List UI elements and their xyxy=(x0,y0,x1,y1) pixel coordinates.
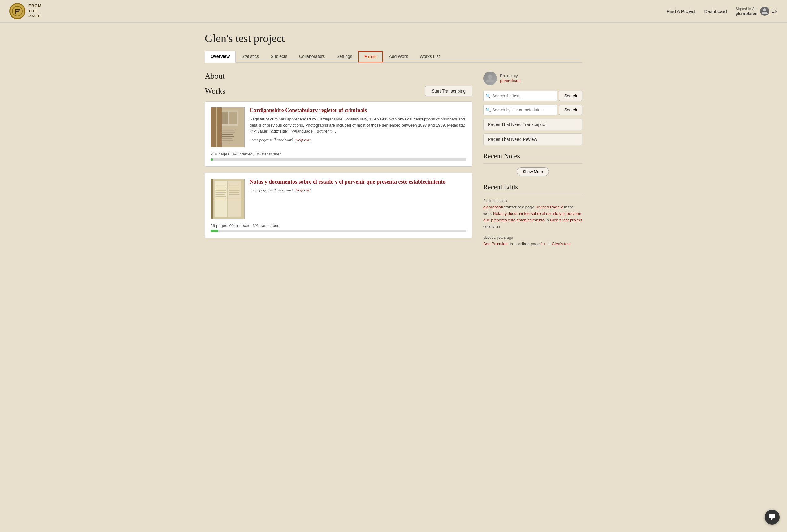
crimebook-thumb-img xyxy=(211,107,244,147)
edit-page-link-1[interactable]: Untitled Page 2 xyxy=(535,205,563,209)
progress-bar-container xyxy=(211,158,466,161)
svg-rect-28 xyxy=(229,185,239,186)
thumb-svg-2 xyxy=(211,179,244,219)
tab-statistics[interactable]: Statistics xyxy=(236,51,265,62)
progress-bar-container-2 xyxy=(211,230,466,232)
svg-rect-24 xyxy=(216,192,226,193)
avatar-person-icon xyxy=(486,74,495,83)
edit-time-2: about 2 years ago xyxy=(483,235,582,241)
work-title-link-2[interactable]: Notas y documentos sobre el estado y el … xyxy=(250,179,466,185)
dashboard-link[interactable]: Dashboard xyxy=(704,9,727,14)
avatar-icon xyxy=(761,7,768,15)
svg-rect-32 xyxy=(229,192,239,193)
avatar-img xyxy=(483,71,497,85)
work-info-2: Notas y documentos sobre el estado y el … xyxy=(250,179,466,219)
tab-settings[interactable]: Settings xyxy=(331,51,358,62)
recent-notes-divider xyxy=(483,163,582,164)
search-text-input[interactable] xyxy=(483,91,557,101)
svg-point-34 xyxy=(488,75,492,79)
language-selector[interactable]: EN xyxy=(772,9,778,14)
main-column: About Works Start Transcribing xyxy=(205,71,472,252)
svg-rect-29 xyxy=(229,187,239,187)
pages-need-transcription-button[interactable]: Pages That Need Transcription xyxy=(483,119,582,130)
work-description: Register of criminals apprehended by Car… xyxy=(250,116,466,134)
signed-in-label: Signed In As xyxy=(736,7,758,11)
svg-rect-22 xyxy=(216,189,226,189)
recent-edits-divider xyxy=(483,194,582,194)
edit-user-link-2[interactable]: Ben Brumfield xyxy=(483,241,509,246)
logo-svg xyxy=(12,6,23,16)
svg-rect-6 xyxy=(218,129,236,129)
content-layout: About Works Start Transcribing xyxy=(205,71,582,252)
about-heading: About xyxy=(205,71,472,81)
svg-rect-17 xyxy=(211,179,213,219)
svg-rect-7 xyxy=(218,131,234,131)
edit-work-link-2[interactable]: Glen's test xyxy=(552,241,571,246)
svg-rect-13 xyxy=(218,142,230,142)
svg-rect-27 xyxy=(216,198,225,198)
pages-need-review-button[interactable]: Pages That Need Review xyxy=(483,133,582,145)
work-stats-2: 29 pages: 0% indexed, 3% transcribed xyxy=(211,223,280,228)
svg-rect-14 xyxy=(218,112,228,124)
works-heading: Works xyxy=(205,86,226,96)
page-title: Glen's test project xyxy=(205,32,582,45)
svg-rect-33 xyxy=(229,194,239,194)
search-text-button[interactable]: Search xyxy=(559,91,582,101)
work-thumbnail-2 xyxy=(211,179,244,219)
logo-icon xyxy=(9,3,25,19)
svg-rect-11 xyxy=(218,138,232,139)
search-text-input-wrap: 🔍 xyxy=(483,91,557,101)
progress-bar-fill-2 xyxy=(211,230,218,232)
work-card-inner: Cardiganshire Constabulary register of c… xyxy=(211,107,466,147)
edit-user-link-1[interactable]: glenrobson xyxy=(483,205,503,209)
search-metadata-input-wrap: 🔍 xyxy=(483,105,557,115)
recent-edits-heading: Recent Edits xyxy=(483,183,582,191)
thumb-svg-1 xyxy=(211,107,244,147)
logo-area[interactable]: FROM THE PAGE xyxy=(9,3,42,19)
progress-bar-fill xyxy=(211,158,213,161)
user-avatar[interactable] xyxy=(760,6,769,16)
work-footer: 219 pages: 0% indexed, 1% transcribed xyxy=(211,152,466,161)
works-header: Works Start Transcribing xyxy=(205,86,472,96)
svg-rect-9 xyxy=(218,134,233,135)
work-info: Cardiganshire Constabulary register of c… xyxy=(250,107,466,147)
header-nav: Find A Project Dashboard Signed In As gl… xyxy=(667,6,778,16)
tab-subjects[interactable]: Subjects xyxy=(265,51,293,62)
logo-text: FROM THE PAGE xyxy=(28,3,42,19)
help-out-link-2[interactable]: Help out! xyxy=(295,188,311,192)
search-metadata-input[interactable] xyxy=(483,105,557,115)
svg-rect-8 xyxy=(218,132,235,133)
tab-add-work[interactable]: Add Work xyxy=(383,51,413,62)
project-by-area: Project by glenrobson xyxy=(483,71,582,85)
project-owner-link[interactable]: glenrobson xyxy=(500,78,521,83)
search-metadata-icon: 🔍 xyxy=(486,107,491,112)
project-by-label: Project by xyxy=(500,73,521,78)
show-more-button[interactable]: Show More xyxy=(517,167,549,176)
work-stats: 219 pages: 0% indexed, 1% transcribed xyxy=(211,152,282,156)
start-transcribing-button[interactable]: Start Transcribing xyxy=(425,86,472,96)
work-card-inner-2: Notas y documentos sobre el estado y el … xyxy=(211,179,466,219)
svg-rect-4 xyxy=(211,107,216,147)
edit-page-link-2[interactable]: 1 r. xyxy=(541,241,547,246)
search-metadata-button[interactable]: Search xyxy=(559,105,582,115)
tab-export[interactable]: Export xyxy=(358,51,383,62)
work-card: Cardiganshire Constabulary register of c… xyxy=(205,101,472,167)
svg-rect-26 xyxy=(216,196,226,196)
edit-suffix-1: collection xyxy=(483,224,500,229)
tab-collaborators[interactable]: Collaborators xyxy=(293,51,331,62)
recent-edit-1: 3 minutes ago glenrobson transcribed pag… xyxy=(483,198,582,230)
svg-rect-23 xyxy=(216,190,226,191)
work-status-2: Some pages still need work. Help out! xyxy=(250,188,466,193)
svg-rect-19 xyxy=(228,180,240,217)
edit-collection-link-1[interactable]: Glen's test project xyxy=(550,218,582,222)
svg-rect-20 xyxy=(216,185,226,186)
tab-overview[interactable]: Overview xyxy=(205,51,236,63)
svg-point-2 xyxy=(763,8,766,12)
tab-works-list[interactable]: Works List xyxy=(414,51,446,62)
recent-notes-heading: Recent Notes xyxy=(483,152,582,160)
work-title-link[interactable]: Cardiganshire Constabulary register of c… xyxy=(250,107,466,114)
svg-rect-21 xyxy=(216,187,226,187)
work-footer-2: 29 pages: 0% indexed, 3% transcribed xyxy=(211,223,466,232)
find-project-link[interactable]: Find A Project xyxy=(667,9,696,14)
help-out-link-1[interactable]: Help out! xyxy=(295,137,311,142)
